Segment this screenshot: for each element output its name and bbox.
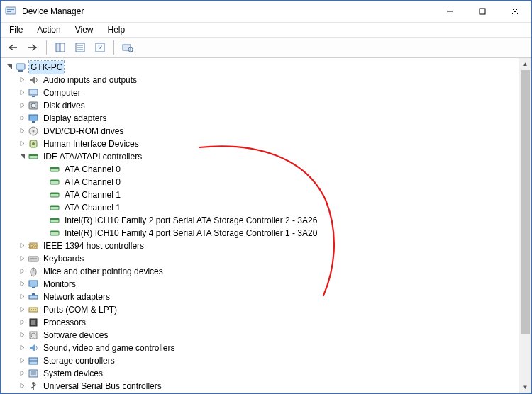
tree-category[interactable]: Sound, video and game controllers [4, 342, 531, 354]
tree-category[interactable]: Processors [4, 316, 531, 329]
menu-help[interactable]: Help [102, 23, 131, 36]
tree-device[interactable]: ATA Channel 1 [4, 188, 531, 201]
expand-toggle[interactable] [18, 126, 26, 135]
svg-rect-41 [50, 206, 59, 207]
menu-action[interactable]: Action [31, 23, 66, 36]
tree-category[interactable]: Disk drives [4, 99, 531, 112]
expand-toggle[interactable] [18, 266, 26, 275]
device-manager-window: Device Manager File Action View Help [0, 0, 532, 394]
tree-item-label: ATA Channel 1 [63, 201, 122, 214]
properties-button[interactable] [71, 39, 89, 56]
client-area: GTK-PCAudio inputs and outputsComputerDi… [1, 58, 531, 393]
expand-toggle[interactable] [18, 241, 26, 249]
keyboard-icon [28, 253, 39, 264]
expand-toggle[interactable] [18, 356, 26, 364]
monitor2-icon [28, 278, 39, 290]
cd-icon [28, 125, 39, 137]
tree-item-label: Mice and other pointing devices [42, 265, 165, 278]
tree-item-label: Processors [42, 316, 87, 329]
network-icon [28, 291, 39, 303]
close-button[interactable] [499, 1, 531, 22]
tree-device[interactable]: Intel(R) ICH10 Family 4 port Serial ATA … [4, 227, 531, 240]
back-button[interactable] [4, 39, 22, 56]
svg-point-58 [33, 309, 34, 310]
help-button[interactable]: ? [91, 39, 109, 56]
svg-rect-27 [32, 121, 35, 123]
svg-rect-55 [32, 293, 35, 296]
expand-toggle[interactable] [18, 343, 26, 351]
tree-device[interactable]: Intel(R) ICH10 Family 2 port Serial ATA … [4, 214, 531, 227]
svg-rect-35 [50, 167, 59, 169]
sound-icon [28, 342, 39, 354]
tree-item-label: Computer [42, 86, 82, 99]
device-tree[interactable]: GTK-PCAudio inputs and outputsComputerDi… [1, 58, 531, 393]
svg-rect-52 [29, 281, 38, 286]
tree-category[interactable]: Computer [4, 86, 531, 99]
scan-hardware-button[interactable] [118, 39, 137, 56]
svg-text:1394: 1394 [28, 244, 39, 249]
scroll-up-arrow[interactable]: ▲ [519, 58, 531, 70]
vertical-scrollbar[interactable]: ▲ ▼ [519, 58, 531, 393]
tree-category[interactable]: IDE ATA/ATAPI controllers [4, 150, 531, 163]
tree-category[interactable]: Keyboards [4, 252, 531, 265]
expand-toggle[interactable] [18, 368, 26, 377]
tree-category[interactable]: Monitors [4, 278, 531, 291]
maximize-button[interactable] [466, 1, 499, 22]
tree-item-label: Universal Serial Bus controllers [42, 380, 163, 393]
svg-rect-26 [29, 115, 38, 120]
expand-toggle[interactable] [18, 381, 26, 390]
tree-category[interactable]: Storage controllers [4, 354, 531, 367]
toolbar-separator [113, 40, 114, 55]
minimize-button[interactable] [433, 1, 466, 22]
tree-item-label: GTK-PC [29, 61, 64, 74]
svg-rect-65 [29, 361, 38, 364]
collapse-toggle[interactable] [18, 152, 26, 160]
tree-category[interactable]: Audio inputs and outputs [4, 74, 531, 86]
expand-toggle[interactable] [18, 75, 26, 84]
tree-category[interactable]: Mice and other pointing devices [4, 265, 531, 278]
expand-toggle[interactable] [18, 139, 26, 147]
expand-toggle[interactable] [18, 292, 26, 300]
expand-toggle[interactable] [18, 88, 26, 96]
tree-category[interactable]: Ports (COM & LPT) [4, 303, 531, 316]
tree-category[interactable]: Human Interface Devices [4, 137, 531, 150]
scroll-thumb[interactable] [521, 70, 530, 334]
monitor-icon [28, 87, 39, 98]
svg-rect-33 [29, 154, 38, 156]
svg-point-29 [33, 130, 35, 133]
tree-item-label: Storage controllers [42, 354, 116, 367]
expand-toggle[interactable] [18, 101, 26, 109]
forward-button[interactable] [23, 39, 42, 56]
scroll-down-arrow[interactable]: ▼ [519, 381, 531, 393]
svg-rect-45 [50, 231, 59, 232]
tree-category[interactable]: Universal Serial Bus controllers [4, 380, 531, 393]
menu-view[interactable]: View [70, 23, 99, 36]
tree-device[interactable]: ATA Channel 0 [4, 163, 531, 176]
menu-file[interactable]: File [4, 23, 28, 36]
collapse-toggle[interactable] [5, 62, 13, 71]
expand-toggle[interactable] [18, 317, 26, 326]
tree-item-label: System devices [42, 367, 104, 380]
svg-rect-20 [16, 64, 25, 69]
tree-category[interactable]: Software devices [4, 329, 531, 342]
tree-item-label: Ports (COM & LPT) [42, 303, 118, 316]
expand-toggle[interactable] [18, 305, 26, 313]
tree-device[interactable]: ATA Channel 0 [4, 176, 531, 188]
scroll-track[interactable] [519, 70, 531, 381]
tree-root[interactable]: GTK-PC [4, 61, 531, 74]
show-hide-tree-button[interactable] [51, 39, 70, 56]
tree-item-label: IEEE 1394 host controllers [42, 240, 145, 252]
tree-item-label: IDE ATA/ATAPI controllers [42, 150, 143, 163]
tree-category[interactable]: System devices [4, 367, 531, 380]
tree-category[interactable]: Display adapters [4, 112, 531, 125]
tree-category[interactable]: 1394IEEE 1394 host controllers [4, 240, 531, 252]
expand-toggle[interactable] [18, 330, 26, 339]
expand-toggle[interactable] [18, 279, 26, 288]
expand-toggle[interactable] [18, 254, 26, 262]
svg-rect-4 [480, 9, 485, 14]
tree-category[interactable]: Network adapters [4, 291, 531, 303]
tree-device[interactable]: ATA Channel 1 [4, 201, 531, 214]
expand-toggle[interactable] [18, 113, 26, 122]
tree-category[interactable]: DVD/CD-ROM drives [4, 125, 531, 137]
tree-item-label: ATA Channel 1 [63, 188, 122, 201]
